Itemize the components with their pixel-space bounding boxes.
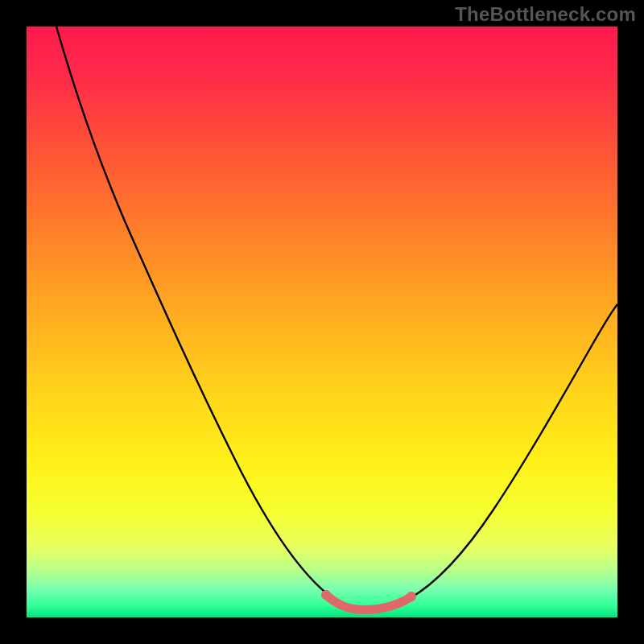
optimal-zone-dot-left xyxy=(321,590,331,600)
plot-area xyxy=(27,27,617,617)
bottleneck-curve xyxy=(56,27,617,610)
curve-svg xyxy=(27,27,617,617)
optimal-zone-dot-right xyxy=(407,592,416,601)
watermark-text: TheBottleneck.com xyxy=(455,3,636,26)
optimal-zone xyxy=(326,595,411,610)
chart-frame: TheBottleneck.com xyxy=(0,0,644,644)
